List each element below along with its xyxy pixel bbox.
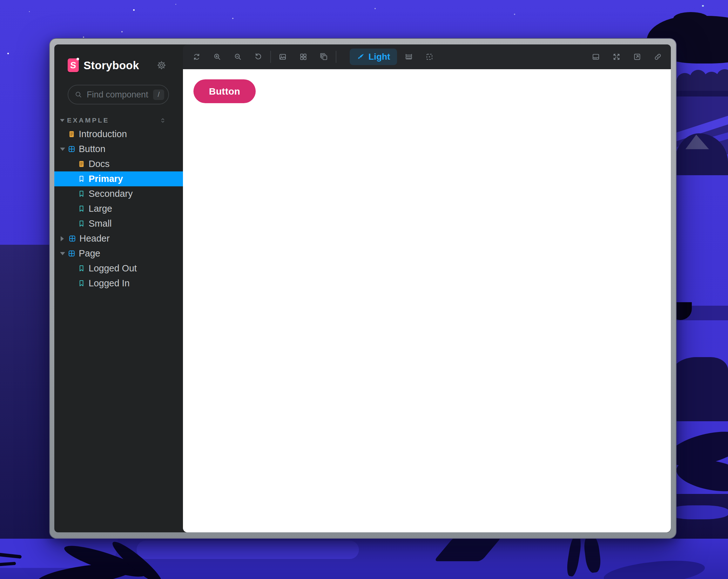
search-input[interactable]: [86, 89, 149, 100]
sidebar-item-primary[interactable]: Primary: [54, 171, 183, 186]
copy-link-icon[interactable]: [654, 53, 662, 61]
star: [702, 5, 704, 7]
toolbar-window-group: [592, 53, 662, 61]
star: [514, 13, 515, 15]
sidebar-item-small[interactable]: Small: [54, 216, 183, 231]
caret-right-icon[interactable]: [61, 236, 64, 241]
canvas-toolbar: Light: [183, 45, 671, 69]
wallpaper-light-gap: [668, 505, 728, 519]
wallpaper-rock: [685, 135, 709, 149]
sidebar-item-label: Button: [79, 144, 105, 154]
sidebar-item-label: Small: [88, 218, 112, 229]
window-content: S Storybook / EXAMPLE Introduction: [54, 45, 671, 532]
sidebar-item-large[interactable]: Large: [54, 201, 183, 216]
outline-icon[interactable]: [425, 53, 434, 61]
document-icon: [78, 160, 85, 168]
sidebar-item-label: Primary: [88, 174, 123, 184]
open-new-tab-icon[interactable]: [633, 53, 641, 61]
sidebar: S Storybook / EXAMPLE Introduction: [54, 45, 183, 532]
sidebar-item-logged-in[interactable]: Logged In: [54, 276, 183, 291]
theme-toggle-button[interactable]: Light: [350, 49, 397, 65]
remount-component-icon[interactable]: [192, 53, 201, 61]
sidebar-item-logged-out[interactable]: Logged Out: [54, 261, 183, 276]
toolbar-divider: [270, 51, 271, 63]
search-box[interactable]: /: [68, 85, 169, 105]
caret-down-icon[interactable]: [60, 147, 65, 151]
bookmark-icon: [78, 190, 85, 198]
sidebar-item-secondary[interactable]: Secondary: [54, 186, 183, 201]
sidebar-item-docs[interactable]: Docs: [54, 157, 183, 171]
sidebar-item-label: Logged Out: [88, 263, 137, 274]
logo-monogram: S: [70, 61, 77, 70]
measure-icon[interactable]: [405, 53, 413, 61]
brand-title: Storybook: [83, 59, 139, 72]
search-shortcut-badge: /: [153, 89, 164, 100]
sidebar-item-label: Logged In: [88, 278, 130, 288]
sidebar-header: S Storybook: [54, 45, 183, 72]
sidebar-item-button[interactable]: Button: [54, 142, 183, 157]
section-example[interactable]: EXAMPLE: [54, 114, 183, 127]
fullscreen-icon[interactable]: [613, 53, 621, 61]
star: [175, 4, 176, 5]
viewport-icon[interactable]: [320, 53, 328, 61]
wallpaper-sea: [0, 245, 55, 539]
caret-down-icon[interactable]: [60, 252, 65, 255]
component-tree: EXAMPLE Introduction Button Docs: [54, 114, 183, 291]
sidebar-item-label: Docs: [88, 159, 110, 169]
zoom-out-icon[interactable]: [234, 53, 242, 61]
star: [133, 9, 135, 11]
wallpaper-dark-hill: [670, 357, 728, 421]
bookmark-icon: [78, 205, 85, 213]
grid-icon[interactable]: [299, 53, 308, 61]
component-icon: [68, 235, 76, 243]
wallpaper-tree-canopy: [673, 12, 708, 25]
component-icon: [68, 249, 76, 257]
bookmark-icon: [78, 175, 85, 183]
sidebar-item-label: Page: [79, 248, 100, 259]
star: [7, 53, 9, 54]
sidebar-item-label: Header: [79, 233, 110, 244]
theme-label: Light: [368, 52, 390, 62]
preview-panel: Light Button: [183, 45, 671, 532]
star: [83, 36, 84, 38]
star: [29, 11, 30, 12]
sidebar-item-introduction[interactable]: Introduction: [54, 127, 183, 142]
component-icon: [68, 145, 76, 153]
sidebar-item-label: Secondary: [88, 189, 133, 199]
change-background-icon[interactable]: [279, 53, 287, 61]
story-canvas: Button: [183, 69, 671, 532]
addons-panel-icon[interactable]: [592, 53, 600, 61]
wallpaper-light-patch: [136, 541, 359, 559]
star: [121, 31, 123, 32]
sidebar-item-label: Large: [88, 203, 112, 214]
section-label: EXAMPLE: [67, 116, 109, 124]
document-icon: [68, 130, 76, 138]
sidebar-item-page[interactable]: Page: [54, 246, 183, 261]
caret-down-icon: [60, 119, 64, 122]
paintbrush-icon: [357, 53, 365, 61]
toolbar-addons-group: [405, 53, 434, 61]
toolbar-background-group: [279, 53, 328, 61]
toolbar-divider: [336, 51, 336, 63]
storybook-logo-icon[interactable]: S: [68, 58, 79, 72]
star: [232, 18, 233, 19]
search-icon: [75, 91, 82, 99]
sidebar-item-label: Introduction: [79, 129, 127, 139]
toolbar-zoom-group: [192, 53, 263, 61]
bookmark-icon: [78, 265, 85, 272]
story-primary-button[interactable]: Button: [193, 79, 256, 103]
sidebar-item-header[interactable]: Header: [54, 231, 183, 246]
bookmark-icon: [78, 279, 85, 287]
settings-gear-icon[interactable]: [157, 60, 166, 70]
collapse-expand-all-icon[interactable]: [159, 117, 166, 124]
star: [374, 8, 376, 9]
bookmark-icon: [78, 220, 85, 228]
reset-zoom-icon[interactable]: [254, 53, 263, 61]
zoom-in-icon[interactable]: [213, 53, 222, 61]
storybook-window: S Storybook / EXAMPLE Introduction: [49, 38, 677, 539]
